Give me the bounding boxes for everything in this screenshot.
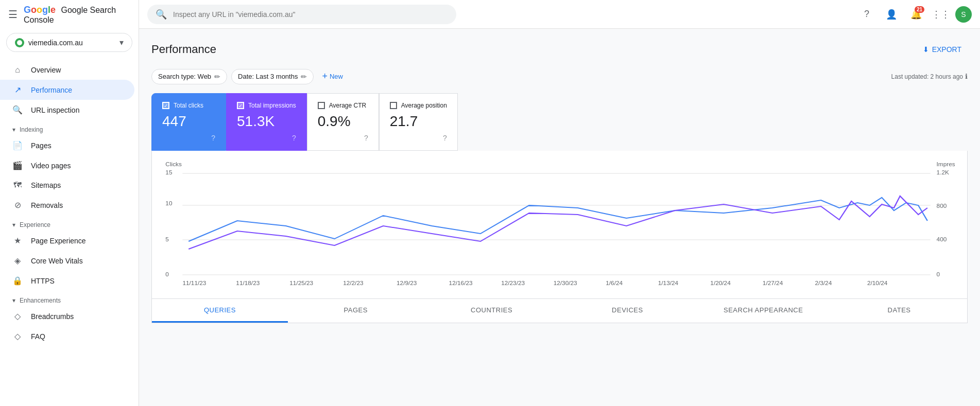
x-label-3: 12/2/23 xyxy=(343,280,363,286)
menu-icon[interactable]: ☰ xyxy=(8,8,18,21)
apps-button[interactable]: ⋮⋮ xyxy=(931,4,951,25)
sidebar-item-faq[interactable]: ◇ FAQ xyxy=(0,326,134,346)
metrics-row: ✓ Total clicks 447 ? ✓ Total impressions… xyxy=(151,93,968,151)
enhancements-section-header[interactable]: ▾ Enhancements xyxy=(0,291,139,306)
tab-dates[interactable]: DATES xyxy=(831,299,967,323)
average-ctr-help-icon[interactable]: ? xyxy=(364,134,368,142)
total-clicks-help-icon[interactable]: ? xyxy=(211,134,215,142)
y-left-10: 10 xyxy=(165,201,172,206)
sidebar-https-label: HTTPS xyxy=(31,277,55,285)
search-input[interactable] xyxy=(173,10,448,19)
sidebar-item-breadcrumbs[interactable]: ◇ Breadcrumbs xyxy=(0,306,134,326)
total-impressions-header: ✓ Total impressions xyxy=(237,102,296,109)
date-edit-icon: ✏ xyxy=(301,73,307,81)
sidebar-header: ☰ Google Google Search Console xyxy=(0,0,139,29)
sidebar-item-overview[interactable]: ⌂ Overview xyxy=(0,60,134,80)
x-label-4: 12/9/23 xyxy=(397,280,417,286)
add-filter-button[interactable]: + New xyxy=(318,68,347,85)
average-ctr-card[interactable]: Average CTR 0.9% ? xyxy=(307,93,379,151)
search-type-filter[interactable]: Search type: Web ✏ xyxy=(151,69,227,84)
page-header: Performance ⬇ EXPORT xyxy=(151,41,968,58)
total-clicks-card[interactable]: ✓ Total clicks 447 ? xyxy=(151,93,226,151)
y-right-0: 0 xyxy=(937,272,940,277)
notifications-button[interactable]: 🔔 21 xyxy=(906,4,926,25)
sidebar-faq-label: FAQ xyxy=(31,332,45,341)
last-updated: Last updated: 2 hours ago ℹ xyxy=(891,73,968,80)
sidebar-item-url-inspection[interactable]: 🔍 URL inspection xyxy=(0,100,134,120)
y-right-1200: 1.2K xyxy=(937,170,950,175)
sidebar-item-performance[interactable]: ↗ Performance xyxy=(0,80,134,100)
search-type-edit-icon: ✏ xyxy=(214,73,220,81)
sidebar-item-https[interactable]: 🔒 HTTPS xyxy=(0,271,134,291)
average-position-label: Average position xyxy=(401,102,447,109)
x-label-2: 11/25/23 xyxy=(289,280,313,286)
apps-grid-icon: ⋮⋮ xyxy=(932,9,950,20)
export-icon: ⬇ xyxy=(923,45,929,54)
average-position-header: Average position xyxy=(390,102,447,109)
export-label: EXPORT xyxy=(932,45,961,54)
average-position-value: 21.7 xyxy=(390,113,447,130)
sidebar-item-core-web-vitals[interactable]: ◈ Core Web Vitals xyxy=(0,251,134,271)
experience-section-header[interactable]: ▾ Experience xyxy=(0,215,139,231)
removals-icon: ⊘ xyxy=(12,200,23,210)
account-management-button[interactable]: 👤 xyxy=(881,4,902,25)
page-experience-icon: ★ xyxy=(12,236,23,245)
experience-section-label: Experience xyxy=(20,221,50,228)
x-label-8: 1/6/24 xyxy=(606,280,623,286)
sidebar-item-pages[interactable]: 📄 Pages xyxy=(0,135,134,155)
sidebar: ☰ Google Google Search Console viemedia.… xyxy=(0,0,139,406)
y-right-label: Impressions xyxy=(937,162,955,167)
topbar-icons: ? 👤 🔔 21 ⋮⋮ S xyxy=(856,4,972,25)
site-selector[interactable]: viemedia.com.au ▾ xyxy=(6,33,132,52)
sidebar-item-removals[interactable]: ⊘ Removals xyxy=(0,195,134,215)
x-label-0: 11/11/23 xyxy=(182,280,206,286)
average-ctr-label: Average CTR xyxy=(329,102,366,109)
total-impressions-label: Total impressions xyxy=(248,102,296,109)
total-clicks-checkbox[interactable]: ✓ xyxy=(162,102,169,109)
page-title: Performance xyxy=(151,43,216,56)
tab-devices[interactable]: DEVICES xyxy=(559,299,695,323)
help-button[interactable]: ? xyxy=(856,4,877,25)
impressions-polyline xyxy=(188,196,927,249)
tab-pages[interactable]: PAGES xyxy=(288,299,424,323)
home-icon: ⌂ xyxy=(12,65,23,75)
main-content: 🔍 ? 👤 🔔 21 ⋮⋮ S Performance ⬇ xyxy=(139,0,980,406)
user-avatar[interactable]: S xyxy=(955,6,972,23)
sidebar-item-page-experience[interactable]: ★ Page Experience xyxy=(0,231,134,251)
topbar: 🔍 ? 👤 🔔 21 ⋮⋮ S xyxy=(139,0,980,29)
total-impressions-card[interactable]: ✓ Total impressions 51.3K ? xyxy=(226,93,307,151)
last-updated-info-icon: ℹ xyxy=(965,73,968,80)
chart-container: Clicks 15 10 5 0 Impressions 1.2K 800 40… xyxy=(151,151,968,299)
search-bar[interactable]: 🔍 xyxy=(147,5,456,24)
experience-chevron-icon: ▾ xyxy=(12,221,15,228)
tab-queries[interactable]: QUERIES xyxy=(152,299,288,323)
average-position-card[interactable]: Average position 21.7 ? xyxy=(379,93,458,151)
sidebar-url-inspection-label: URL inspection xyxy=(31,106,79,114)
notification-count: 21 xyxy=(915,6,924,13)
average-ctr-header: Average CTR xyxy=(318,102,368,109)
date-filter[interactable]: Date: Last 3 months ✏ xyxy=(231,69,314,84)
x-label-13: 2/10/24 xyxy=(867,280,887,286)
sidebar-overview-label: Overview xyxy=(31,66,61,74)
average-position-help-icon[interactable]: ? xyxy=(443,134,447,142)
total-impressions-checkbox[interactable]: ✓ xyxy=(237,102,244,109)
x-label-5: 12/16/23 xyxy=(449,280,473,286)
tab-countries[interactable]: COUNTRIES xyxy=(424,299,560,323)
average-position-checkbox[interactable] xyxy=(390,102,397,109)
export-button[interactable]: ⬇ EXPORT xyxy=(917,41,968,58)
search-bar-icon: 🔍 xyxy=(156,9,167,20)
sidebar-item-video-pages[interactable]: 🎬 Video pages xyxy=(0,155,134,175)
total-impressions-help-icon[interactable]: ? xyxy=(292,134,296,142)
search-type-label: Search type: Web xyxy=(158,73,211,80)
tab-search-appearance[interactable]: SEARCH APPEARANCE xyxy=(695,299,831,323)
x-label-1: 11/18/23 xyxy=(236,280,260,286)
sidebar-item-sitemaps[interactable]: 🗺 Sitemaps xyxy=(0,175,134,195)
site-name: viemedia.com.au xyxy=(28,39,115,47)
breadcrumbs-icon: ◇ xyxy=(12,311,23,321)
y-left-0: 0 xyxy=(165,272,169,277)
sidebar-pages-label: Pages xyxy=(31,142,51,150)
indexing-section-header[interactable]: ▾ Indexing xyxy=(0,120,139,135)
average-ctr-checkbox[interactable] xyxy=(318,102,325,109)
sidebar-page-experience-label: Page Experience xyxy=(31,237,86,245)
sidebar-sitemaps-label: Sitemaps xyxy=(31,181,61,189)
